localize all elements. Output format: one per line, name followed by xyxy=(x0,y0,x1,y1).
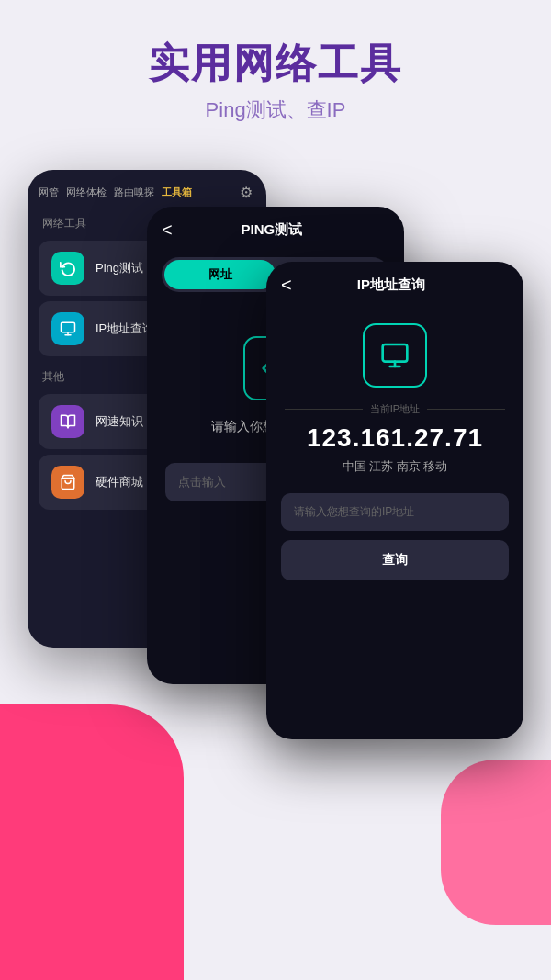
hardware-label: 硬件商城 xyxy=(96,474,143,490)
hardware-icon xyxy=(51,466,84,499)
nav-item-luyou[interactable]: 路由嗅探 xyxy=(114,186,154,199)
ping-label: Ping测试 xyxy=(96,260,143,276)
knowledge-label: 网速知识 xyxy=(96,413,143,430)
svg-rect-4 xyxy=(383,344,408,362)
ip-title: IP地址查询 xyxy=(301,276,481,294)
ping-header: < PING测试 xyxy=(147,207,404,250)
gear-icon[interactable]: ⚙ xyxy=(237,183,255,201)
query-button[interactable]: 查询 xyxy=(281,540,509,580)
page-title: 实用网络工具 xyxy=(18,37,533,91)
ip-back-button[interactable]: < xyxy=(281,275,292,296)
svg-rect-0 xyxy=(62,322,75,332)
header: 实用网络工具 Ping测试、查IP xyxy=(0,0,551,142)
ping-title: PING测试 xyxy=(182,221,362,239)
phone-ip-query: < IP地址查询 当前IP地址 123.161.27.71 中国 江苏 南京 移… xyxy=(266,262,523,739)
divider-line-left xyxy=(285,409,363,410)
nav-bar: 网管 网络体检 路由嗅探 工具箱 ⚙ xyxy=(28,170,266,208)
nav-item-wangguan[interactable]: 网管 xyxy=(39,186,59,199)
ip-header: < IP地址查询 xyxy=(266,262,523,305)
nav-item-toolbox[interactable]: 工具箱 xyxy=(162,186,192,199)
ip-query-input[interactable]: 请输入您想查询的IP地址 xyxy=(281,493,509,531)
divider-line-right xyxy=(427,409,505,410)
ip-monitor-icon xyxy=(363,323,427,388)
phones-container: 网管 网络体检 路由嗅探 工具箱 ⚙ 网络工具 Ping测试 › xyxy=(0,152,551,850)
tab-url[interactable]: 网址 xyxy=(164,260,276,289)
ip-address-display: 123.161.27.71 xyxy=(266,423,523,453)
nav-item-jianche[interactable]: 网络体检 xyxy=(66,186,107,199)
ip-divider: 当前IP地址 xyxy=(285,402,505,416)
ping-icon xyxy=(51,252,84,285)
ip-icon xyxy=(51,312,84,345)
knowledge-icon xyxy=(51,405,84,438)
back-button[interactable]: < xyxy=(162,220,173,241)
page-subtitle: Ping测试、查IP xyxy=(18,96,533,124)
ip-label: IP地址查询 xyxy=(96,321,154,337)
ip-location: 中国 江苏 南京 移动 xyxy=(266,458,523,475)
divider-label: 当前IP地址 xyxy=(370,402,420,416)
